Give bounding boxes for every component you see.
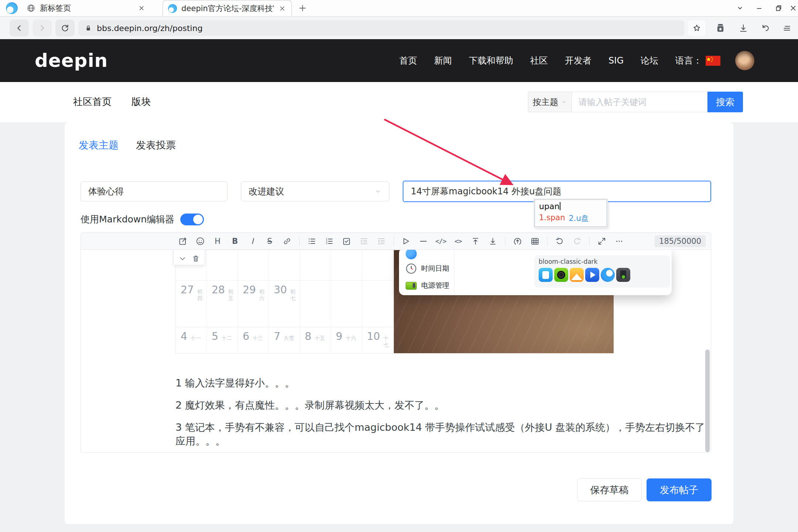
image-viewer-icon bbox=[570, 268, 584, 282]
chevron-down-icon[interactable] bbox=[178, 255, 187, 263]
calendar-cell: 8 十五 bbox=[300, 327, 331, 354]
embedded-screenshot-image[interactable]: 27 初四 28 初五 29 初六 30 初七 bbox=[175, 250, 614, 354]
bookmarks-manager-icon[interactable] bbox=[712, 20, 729, 36]
search-filter-dropdown[interactable]: 按主题 bbox=[528, 92, 572, 112]
tab-post-topic[interactable]: 发表主题 bbox=[79, 139, 119, 152]
calendar-cell: 29 初六 bbox=[238, 281, 269, 327]
nav-home[interactable]: 首页 bbox=[399, 55, 417, 66]
back-button[interactable] bbox=[10, 20, 29, 37]
toolbar-divider bbox=[393, 237, 394, 246]
tab-post-poll[interactable]: 发表投票 bbox=[136, 139, 176, 152]
publish-post-button[interactable]: 发布帖子 bbox=[647, 478, 712, 501]
browser-tab-newtab[interactable]: 新标签页 bbox=[21, 0, 151, 16]
save-draft-button[interactable]: 保存草稿 bbox=[577, 478, 642, 501]
editor-content[interactable]: 27 初四 28 初五 29 初六 30 初七 bbox=[81, 250, 711, 452]
deepin-logo[interactable]: deepin bbox=[35, 50, 108, 71]
calendar-lunar: 十七 bbox=[383, 335, 393, 348]
subnav-community-home[interactable]: 社区首页 bbox=[73, 95, 112, 108]
ime-candidate-1[interactable]: 1.span bbox=[539, 213, 565, 224]
redo-icon[interactable] bbox=[572, 236, 582, 246]
nav-news[interactable]: 新闻 bbox=[434, 55, 452, 66]
italic-icon[interactable]: I bbox=[247, 236, 258, 246]
calendar-day: 7 bbox=[274, 330, 280, 342]
upload-image-icon[interactable] bbox=[512, 236, 523, 246]
user-avatar[interactable] bbox=[735, 51, 754, 70]
search-button[interactable]: 搜索 bbox=[707, 92, 743, 112]
post-title-input[interactable]: 14寸屏幕magicbook14 外接u盘问题 bbox=[403, 181, 711, 202]
link-icon[interactable] bbox=[282, 236, 292, 246]
markdown-editor: H B I S 1 2 bbox=[81, 232, 711, 453]
scroll-bottom-icon[interactable] bbox=[488, 236, 498, 246]
menu-item-power: 电源管理 bbox=[406, 278, 449, 293]
window-maximize-icon[interactable] bbox=[772, 3, 785, 14]
indent-icon[interactable] bbox=[376, 236, 386, 246]
bold-icon[interactable]: B bbox=[230, 236, 240, 246]
markdown-label: 使用Markdown编辑器 bbox=[81, 213, 174, 225]
subcategory-value: 改进建议 bbox=[249, 185, 284, 197]
close-tab-icon[interactable] bbox=[137, 4, 146, 12]
category-field[interactable]: 体验心得 bbox=[81, 181, 228, 201]
table-icon[interactable] bbox=[530, 236, 540, 246]
task-list-icon[interactable] bbox=[341, 236, 352, 246]
address-bar[interactable]: bbs.deepin.org/zh/posting bbox=[78, 20, 684, 36]
horizontal-rule-icon[interactable] bbox=[418, 236, 429, 246]
emoji-icon[interactable] bbox=[195, 236, 205, 246]
quote-icon[interactable] bbox=[401, 236, 411, 246]
editor-scrollbar[interactable] bbox=[705, 349, 710, 452]
nav-sig[interactable]: SIG bbox=[608, 55, 624, 66]
download-icon[interactable] bbox=[734, 20, 752, 36]
calendar-day: 10 bbox=[367, 330, 380, 342]
subnav-boards[interactable]: 版块 bbox=[132, 95, 151, 108]
clock-icon bbox=[406, 263, 417, 274]
calendar-lunar: 十一 bbox=[191, 335, 201, 342]
nav-download-help[interactable]: 下载和帮助 bbox=[469, 55, 513, 66]
editor-paragraph: 1 输入法字显得好小。。。 bbox=[175, 376, 707, 390]
browser-menu-icon[interactable] bbox=[778, 20, 796, 36]
search-input[interactable]: 请输入帖子关键词 bbox=[572, 92, 707, 112]
browser-tab-bar: 新标签页 deepin官方论坛-深度科技官网 bbox=[0, 0, 798, 17]
browser-tab-forum-active[interactable]: deepin官方论坛-深度科技官网 bbox=[163, 0, 292, 16]
calendar-lunar: 十三 bbox=[253, 335, 263, 342]
subcategory-select[interactable]: 改进建议 bbox=[241, 181, 389, 201]
markdown-toggle[interactable] bbox=[180, 214, 204, 225]
delete-image-icon[interactable] bbox=[192, 255, 200, 263]
new-tab-icon[interactable] bbox=[298, 3, 307, 13]
editor-toolbar: H B I S 1 2 bbox=[81, 233, 711, 250]
window-minimize-icon[interactable] bbox=[753, 3, 765, 14]
toolbar-divider bbox=[547, 237, 548, 246]
menu-item-datetime: 时间日期 bbox=[406, 261, 449, 276]
calendar-day: 4 bbox=[181, 330, 187, 342]
heading-icon[interactable]: H bbox=[212, 236, 223, 246]
language-switcher[interactable]: 语言： bbox=[675, 55, 720, 66]
bookmark-star-icon[interactable] bbox=[688, 20, 706, 36]
reload-button[interactable] bbox=[55, 20, 75, 37]
calendar-week-row: 4 十一 5 十二 6 十三 7 大雪 bbox=[176, 327, 394, 354]
ordered-list-icon[interactable]: 1 2 3 bbox=[324, 236, 334, 246]
scroll-top-icon[interactable] bbox=[470, 236, 481, 246]
forward-button[interactable] bbox=[33, 20, 52, 37]
history-undo-icon[interactable] bbox=[757, 20, 774, 36]
nav-developer[interactable]: 开发者 bbox=[565, 55, 591, 66]
site-header: deepin 首页 新闻 下载和帮助 社区 开发者 SIG 论坛 语言： bbox=[0, 39, 798, 82]
tab-title: deepin官方论坛-深度科技官网 bbox=[181, 3, 274, 14]
calendar-day: 6 bbox=[243, 330, 249, 342]
outdent-icon[interactable] bbox=[359, 236, 369, 246]
globe-icon bbox=[27, 4, 35, 13]
inline-code-icon[interactable]: <> bbox=[453, 236, 463, 246]
undo-icon[interactable] bbox=[555, 236, 565, 246]
fullscreen-icon[interactable] bbox=[597, 236, 607, 246]
edit-mode-icon[interactable] bbox=[178, 236, 188, 246]
nav-forum[interactable]: 论坛 bbox=[641, 55, 658, 66]
window-close-icon[interactable] bbox=[787, 3, 798, 14]
calendar-cell: 10 十七 bbox=[362, 327, 393, 354]
calendar-week-row: 27 初四 28 初五 29 初六 30 初七 bbox=[176, 280, 394, 327]
window-dropdown-icon[interactable] bbox=[734, 3, 746, 14]
ime-composition: upan bbox=[539, 202, 603, 211]
code-block-icon[interactable]: </> bbox=[436, 236, 446, 246]
ime-candidate-2[interactable]: 2.u盘 bbox=[569, 213, 589, 224]
bullet-list-icon[interactable] bbox=[307, 236, 317, 246]
more-icon[interactable] bbox=[614, 236, 624, 246]
nav-community[interactable]: 社区 bbox=[530, 55, 548, 66]
strikethrough-icon[interactable]: S bbox=[265, 236, 275, 246]
close-tab-icon[interactable] bbox=[278, 4, 286, 13]
